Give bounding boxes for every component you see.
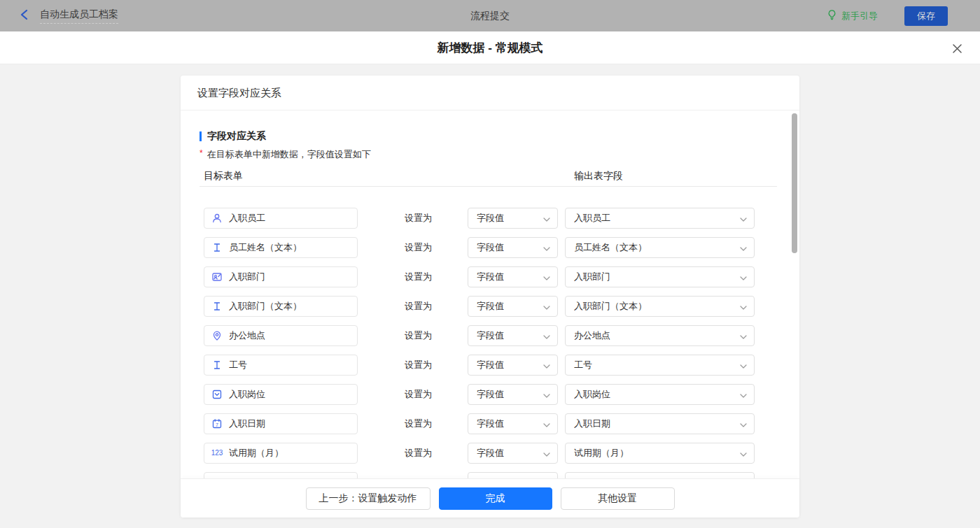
dept-icon [211, 271, 223, 283]
output-field-label: 试用期（月） [574, 447, 629, 459]
output-field-label: 入职部门 [574, 271, 610, 283]
target-field-box[interactable]: 入职部门 [204, 266, 358, 287]
chevron-down-icon [740, 447, 747, 459]
target-field-label: 工号 [229, 359, 247, 371]
text-icon [211, 301, 223, 312]
other-settings-button[interactable]: 其他设置 [561, 487, 675, 510]
output-field-label: 入职员工 [574, 212, 610, 224]
field-mapping-content: 字段对应关系 *在目标表单中新增数据，字段值设置如下 目标表单 输出表字段 入职… [181, 110, 799, 478]
set-as-label: 设置为 [405, 355, 432, 376]
target-field-box[interactable]: 入职员工 [204, 208, 358, 229]
field-mapping-row: 员工姓名（文本） 设置为 字段值 员工姓名（文本） [181, 237, 799, 258]
section-accent-bar [200, 131, 202, 141]
value-type-select[interactable]: 字段值 [468, 443, 558, 464]
output-field-select[interactable]: 办公地点 [565, 325, 755, 346]
column-divider [200, 186, 777, 187]
field-mapping-row: 入职部门 设置为 字段值 入职部门 [181, 266, 799, 287]
field-mapping-row: 办公地点 设置为 字段值 办公地点 [181, 325, 799, 346]
chevron-down-icon [543, 359, 550, 371]
output-field-select[interactable]: 入职部门（文本） [565, 296, 755, 317]
set-as-label: 设置为 [405, 325, 432, 346]
value-type-label: 字段值 [477, 388, 504, 401]
field-mapping-row: 123 试用期（月） 设置为 字段值 试用期（月） [181, 443, 799, 464]
value-type-select[interactable]: 字段值 [468, 384, 558, 405]
target-field-box[interactable]: 7 入职日期 [204, 413, 358, 434]
output-field-select[interactable]: 员工姓名（文本） [565, 237, 755, 258]
value-type-label: 字段值 [477, 329, 504, 342]
text-icon [211, 359, 223, 371]
svg-text:7: 7 [216, 422, 218, 427]
lightbulb-icon [827, 9, 837, 22]
output-field-select[interactable]: 入职员工 [565, 208, 755, 229]
output-field-select[interactable]: 入职日期 [565, 413, 755, 434]
chevron-down-icon [543, 271, 550, 283]
chevron-down-icon [543, 418, 550, 430]
target-field-box[interactable] [204, 472, 358, 478]
save-button[interactable]: 保存 [904, 6, 948, 26]
target-field-box[interactable]: 办公地点 [204, 325, 358, 346]
value-type-select[interactable]: 字段值 [468, 237, 558, 258]
value-type-select[interactable]: 字段值 [468, 208, 558, 229]
output-field-select[interactable] [565, 472, 755, 478]
description-text: 在目标表单中新增数据，字段值设置如下 [207, 149, 371, 159]
field-mapping-rows: 入职员工 设置为 字段值 入职员工 员工姓名（文本） 设置为 字段值 [181, 208, 799, 478]
chevron-down-icon [740, 418, 747, 430]
number-icon: 123 [211, 448, 223, 459]
beginner-guide-label: 新手引导 [841, 10, 878, 22]
value-type-select[interactable]: 字段值 [468, 355, 558, 376]
target-field-box[interactable]: 123 试用期（月） [204, 443, 358, 464]
set-as-label: 设置为 [405, 208, 432, 229]
value-type-select[interactable]: 字段值 [468, 325, 558, 346]
output-field-select[interactable]: 入职部门 [565, 266, 755, 287]
field-mapping-row: 入职部门（文本） 设置为 字段值 入职部门（文本） [181, 296, 799, 317]
value-type-label: 字段值 [477, 241, 504, 254]
prev-step-button[interactable]: 上一步：设置触发动作 [306, 487, 430, 510]
set-as-label: 设置为 [405, 237, 432, 258]
set-as-label: 设置为 [405, 413, 432, 434]
output-field-label: 工号 [574, 359, 592, 371]
chevron-down-icon [740, 388, 747, 401]
column-header-output-fields: 输出表字段 [574, 170, 623, 183]
select-icon [211, 389, 223, 400]
chevron-down-icon [740, 300, 747, 313]
required-asterisk: * [200, 148, 203, 158]
output-field-select[interactable]: 试用期（月） [565, 443, 755, 464]
output-field-label: 入职岗位 [574, 388, 610, 401]
value-type-select[interactable] [468, 472, 558, 478]
beginner-guide-link[interactable]: 新手引导 [827, 9, 878, 22]
target-field-label: 办公地点 [229, 329, 265, 342]
text-icon [211, 242, 223, 253]
chevron-down-icon [740, 212, 747, 224]
output-field-select[interactable]: 工号 [565, 355, 755, 376]
location-icon [211, 330, 223, 341]
output-field-select[interactable]: 入职岗位 [565, 384, 755, 405]
output-field-label: 入职日期 [574, 418, 610, 430]
section-title: 字段对应关系 [200, 130, 266, 143]
target-field-label: 试用期（月） [229, 447, 284, 459]
target-field-label: 员工姓名（文本） [229, 241, 302, 254]
chevron-down-icon [740, 359, 747, 371]
target-field-box[interactable]: 工号 [204, 355, 358, 376]
chevron-down-icon [543, 447, 550, 459]
chevron-down-icon [543, 241, 550, 254]
value-type-select[interactable]: 字段值 [468, 296, 558, 317]
close-icon[interactable] [951, 42, 963, 55]
chevron-down-icon [543, 388, 550, 401]
target-field-box[interactable]: 入职岗位 [204, 384, 358, 405]
target-field-box[interactable]: 入职部门（文本） [204, 296, 358, 317]
set-as-label: 设置为 [405, 384, 432, 405]
value-type-select[interactable]: 字段值 [468, 413, 558, 434]
chevron-down-icon [543, 300, 550, 313]
target-field-label: 入职日期 [229, 418, 265, 430]
value-type-select[interactable]: 字段值 [468, 266, 558, 287]
modal-title: 新增数据 - 常规模式 [0, 31, 980, 64]
modal-header: 新增数据 - 常规模式 [0, 31, 980, 64]
target-field-label: 入职员工 [229, 212, 265, 224]
column-header-target-form: 目标表单 [204, 170, 243, 183]
target-field-box[interactable]: 员工姓名（文本） [204, 237, 358, 258]
scrollbar-thumb[interactable] [792, 113, 797, 253]
done-button[interactable]: 完成 [439, 487, 552, 510]
set-as-label: 设置为 [405, 443, 432, 464]
field-mapping-row: 入职岗位 设置为 字段值 入职岗位 [181, 384, 799, 405]
value-type-label: 字段值 [477, 359, 504, 371]
